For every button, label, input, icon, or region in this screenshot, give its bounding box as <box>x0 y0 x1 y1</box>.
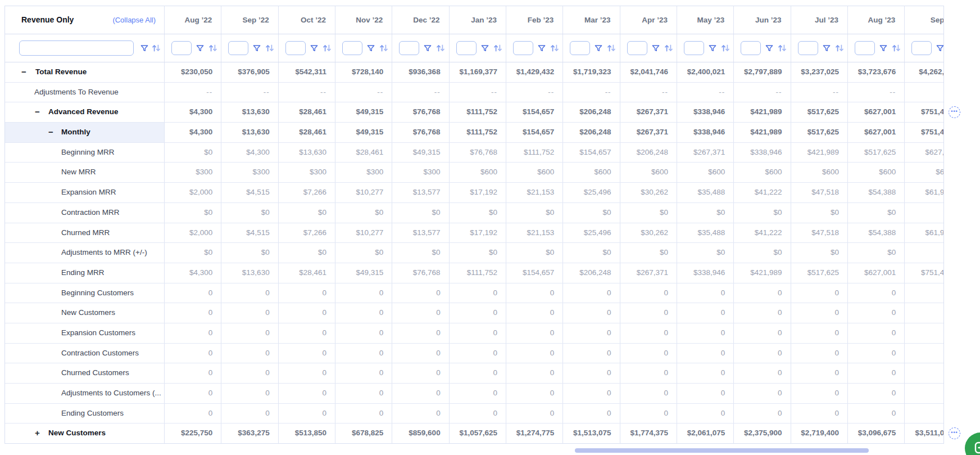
row-label-cell: Ending Customers <box>5 404 165 424</box>
sort-icon[interactable] <box>265 34 274 62</box>
column-filter-input[interactable] <box>798 41 818 55</box>
sort-icon[interactable] <box>721 34 730 62</box>
floating-action-button[interactable] <box>965 433 980 455</box>
month-column-headers: Aug ’22Sep ’22Oct ’22Nov ’22Dec ’22Jan ’… <box>165 6 944 34</box>
filter-icon[interactable] <box>480 34 489 62</box>
minus-toggle-icon[interactable]: − <box>35 102 40 122</box>
cell-ending-customers-may-23: 0 <box>677 404 734 424</box>
cell-beginning-mrr-jul-23: $421,989 <box>791 143 848 163</box>
plus-toggle-icon[interactable]: + <box>35 424 40 443</box>
cell-adjustments-to-customers-may-23: 0 <box>677 384 734 403</box>
cell-contraction-customers-oct-22: 0 <box>279 344 335 363</box>
filter-icon[interactable] <box>822 34 831 62</box>
column-filter-input[interactable] <box>911 41 932 55</box>
filter-icon[interactable] <box>537 34 546 62</box>
sort-icon[interactable] <box>436 34 445 62</box>
cell-expansion-customers-sep <box>905 323 944 343</box>
sort-icon[interactable] <box>778 34 787 62</box>
horizontal-scrollbar-thumb[interactable] <box>575 448 869 453</box>
filter-icon[interactable] <box>196 34 205 62</box>
sort-icon[interactable] <box>550 34 559 62</box>
filter-icon[interactable] <box>366 34 375 62</box>
cell-adjustments-to-mrr-mar-23: $0 <box>563 243 620 263</box>
cell-new-customers-aug-23: 0 <box>848 303 905 323</box>
cell-total-revenue-apr-23: $2,041,746 <box>620 62 677 82</box>
filter-cell-jul-23 <box>791 34 848 62</box>
cell-advanced-revenue-oct-22: $28,461 <box>279 102 335 122</box>
sort-icon[interactable] <box>379 34 388 62</box>
sort-icon[interactable] <box>152 34 161 62</box>
cell-adjustments-to-revenue-aug-22: -- <box>165 83 221 102</box>
column-header-dec-22: Dec ’22 <box>392 6 449 34</box>
row-label: Expansion MRR <box>61 183 116 202</box>
filter-icon[interactable] <box>310 34 319 62</box>
filter-icon[interactable] <box>423 34 432 62</box>
cell-adjustments-to-mrr-sep <box>905 243 944 263</box>
filter-icon[interactable] <box>708 34 717 62</box>
cell-contraction-mrr-jun-23: $0 <box>734 203 791 223</box>
row-label-cell: −Total Revenue <box>5 62 165 82</box>
row-actions-ellipsis-button[interactable]: ••• <box>949 427 960 439</box>
filter-cell-mar-23 <box>563 34 620 62</box>
column-filter-input[interactable] <box>342 41 362 55</box>
minus-toggle-icon[interactable]: − <box>48 123 53 142</box>
column-filter-input[interactable] <box>456 41 477 55</box>
cell-new-mrr-aug-23: $600 <box>848 163 905 182</box>
column-filter-input[interactable] <box>570 41 590 55</box>
row-label: Adjustments To Revenue <box>34 83 119 102</box>
column-filter-input[interactable] <box>285 41 306 55</box>
sort-icon[interactable] <box>892 34 901 62</box>
cell-adjustments-to-mrr-nov-22: $0 <box>335 243 392 263</box>
filter-icon[interactable] <box>879 34 888 62</box>
sort-icon[interactable] <box>607 34 616 62</box>
column-filter-input[interactable] <box>513 41 533 55</box>
table-row-ending-mrr: Ending MRR$4,300$13,630$28,461$49,315$76… <box>5 263 944 283</box>
cell-contraction-mrr-aug-23: $0 <box>848 203 905 223</box>
column-filter-input[interactable] <box>741 41 761 55</box>
cell-advanced-revenue-aug-23: $627,001 <box>848 102 905 122</box>
cell-new-mrr-jul-23: $600 <box>791 163 848 182</box>
cell-total-revenue-mar-23: $1,719,323 <box>563 62 620 82</box>
cell-ending-customers-sep <box>905 404 944 424</box>
filter-icon[interactable] <box>651 34 660 62</box>
cell-ending-customers-jul-23: 0 <box>791 404 848 424</box>
cell-churned-customers-nov-22: 0 <box>335 363 392 383</box>
row-filter-input[interactable] <box>19 40 134 56</box>
column-filter-input[interactable] <box>627 41 647 55</box>
collapse-all-link[interactable]: (Collapse All) <box>112 6 156 34</box>
filter-icon[interactable] <box>936 34 944 62</box>
cell-ending-mrr-feb-23: $154,657 <box>506 263 563 283</box>
column-filter-input[interactable] <box>171 41 192 55</box>
sort-icon[interactable] <box>664 34 673 62</box>
cell-expansion-mrr-jun-23: $41,222 <box>734 183 791 202</box>
column-filter-input[interactable] <box>228 41 248 55</box>
cell-expansion-customers-may-23: 0 <box>677 323 734 343</box>
filter-icon[interactable] <box>594 34 603 62</box>
table-row-adjustments-to-revenue: Adjustments To Revenue------------------… <box>5 83 944 103</box>
row-actions-ellipsis-button[interactable]: ••• <box>949 106 960 118</box>
sort-icon[interactable] <box>493 34 502 62</box>
cell-total-revenue-aug-23: $3,723,676 <box>848 62 905 82</box>
filter-icon[interactable] <box>765 34 774 62</box>
filter-cell-oct-22 <box>279 34 335 62</box>
cell-churned-mrr-jan-23: $17,192 <box>450 223 506 243</box>
cell-total-revenue-jun-23: $2,797,889 <box>734 62 791 82</box>
cell-new-customers-aug-23: $3,096,675 <box>848 424 905 444</box>
filter-icon[interactable] <box>140 34 149 62</box>
minus-toggle-icon[interactable]: − <box>21 62 26 82</box>
cell-churned-customers-jul-23: 0 <box>791 363 848 383</box>
cell-churned-mrr-may-23: $35,488 <box>677 223 734 243</box>
cell-contraction-customers-nov-22: 0 <box>335 344 392 363</box>
revenue-table: Revenue Only (Collapse All) Aug ’22Sep ’… <box>4 6 944 444</box>
column-filter-input[interactable] <box>399 41 419 55</box>
column-header-feb-23: Feb ’23 <box>506 6 563 34</box>
sort-icon[interactable] <box>208 34 217 62</box>
sort-icon[interactable] <box>323 34 332 62</box>
filter-icon[interactable] <box>252 34 261 62</box>
column-filter-input[interactable] <box>855 41 875 55</box>
cell-monthly-dec-22: $76,768 <box>392 123 449 142</box>
sort-icon[interactable] <box>835 34 844 62</box>
row-label-cell: New MRR <box>5 163 165 182</box>
table-row-beginning-mrr: Beginning MRR$0$4,300$13,630$28,461$49,3… <box>5 143 944 163</box>
column-filter-input[interactable] <box>684 41 704 55</box>
